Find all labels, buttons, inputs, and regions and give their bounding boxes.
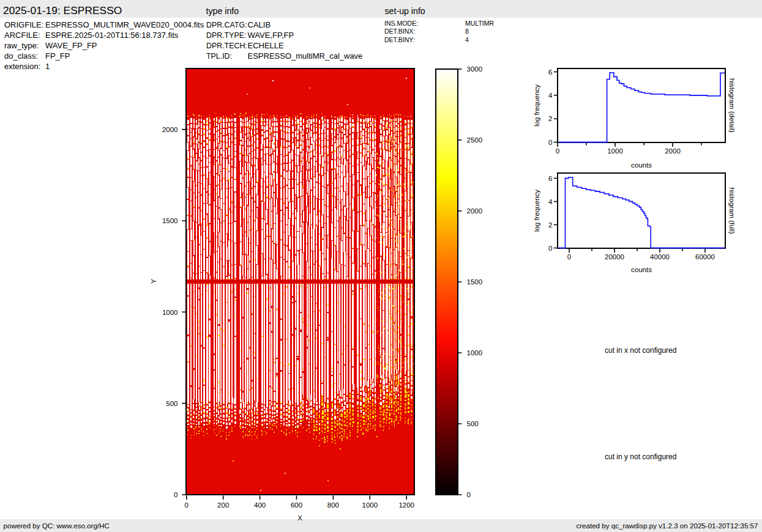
- svg-text:3000: 3000: [467, 65, 483, 73]
- svg-text:6: 6: [548, 68, 552, 76]
- svg-text:0: 0: [548, 139, 552, 146]
- svg-text:ARCFILE:: ARCFILE:: [4, 31, 40, 40]
- svg-text:2000: 2000: [665, 147, 681, 155]
- svg-text:type info: type info: [206, 6, 239, 16]
- svg-text:MULTIMR: MULTIMR: [465, 20, 494, 27]
- svg-text:0: 0: [185, 501, 189, 509]
- svg-text:2500: 2500: [467, 136, 483, 144]
- svg-text:TPL.ID:: TPL.ID:: [206, 52, 232, 61]
- svg-text:1500: 1500: [162, 217, 178, 224]
- svg-text:200: 200: [217, 501, 229, 509]
- svg-text:ORIGFILE:: ORIGFILE:: [4, 20, 43, 29]
- svg-text:log frequency: log frequency: [533, 190, 540, 232]
- svg-text:500: 500: [467, 420, 479, 427]
- svg-text:histogram (full): histogram (full): [728, 187, 736, 234]
- svg-text:6: 6: [548, 175, 552, 182]
- svg-text:created by qc_rawdisp.py v1.2.: created by qc_rawdisp.py v1.2.3 on 2025-…: [576, 522, 758, 530]
- svg-text:0: 0: [174, 491, 177, 498]
- svg-text:1200: 1200: [398, 501, 414, 509]
- svg-text:4: 4: [548, 198, 553, 205]
- svg-text:ECHELLE: ECHELLE: [248, 41, 285, 50]
- svg-text:0: 0: [548, 245, 552, 252]
- svg-text:60000: 60000: [695, 253, 715, 260]
- svg-text:1000: 1000: [362, 501, 378, 509]
- svg-text:4: 4: [548, 92, 553, 99]
- svg-text:counts: counts: [631, 266, 652, 273]
- svg-text:WAVE_FP_FP: WAVE_FP_FP: [45, 41, 97, 50]
- svg-text:counts: counts: [631, 161, 652, 169]
- svg-text:4: 4: [465, 36, 469, 43]
- svg-text:800: 800: [327, 501, 339, 509]
- svg-text:do_class:: do_class:: [4, 51, 38, 61]
- svg-text:FP_FP: FP_FP: [45, 51, 70, 61]
- svg-text:1: 1: [45, 62, 50, 71]
- svg-text:1500: 1500: [467, 278, 483, 286]
- svg-text:1000: 1000: [467, 349, 483, 357]
- svg-text:DET.BINX:: DET.BINX:: [384, 28, 415, 35]
- svg-text:600: 600: [291, 501, 302, 509]
- svg-text:20000: 20000: [605, 253, 624, 260]
- svg-text:500: 500: [166, 400, 177, 407]
- svg-text:40000: 40000: [650, 253, 670, 260]
- svg-text:extension:: extension:: [4, 62, 40, 71]
- svg-text:8: 8: [465, 28, 469, 35]
- svg-text:0: 0: [556, 147, 559, 155]
- svg-text:log frequency: log frequency: [533, 84, 540, 127]
- svg-text:histogram (detail): histogram (detail): [728, 78, 736, 133]
- svg-text:CALIB: CALIB: [248, 20, 271, 29]
- svg-text:2000: 2000: [162, 126, 178, 133]
- svg-text:DET.BINY:: DET.BINY:: [384, 36, 415, 43]
- svg-text:0: 0: [567, 253, 571, 260]
- svg-text:0: 0: [467, 491, 471, 498]
- svg-text:Y: Y: [150, 279, 157, 284]
- svg-text:DPR.CATG:: DPR.CATG:: [206, 21, 247, 29]
- svg-text:set-up info: set-up info: [385, 6, 425, 16]
- svg-text:2025-01-19: ESPRESSO: 2025-01-19: ESPRESSO: [3, 4, 122, 17]
- svg-text:DPR.TYPE:: DPR.TYPE:: [206, 31, 246, 40]
- svg-text:raw_type:: raw_type:: [4, 41, 39, 50]
- svg-text:2000: 2000: [467, 207, 483, 215]
- svg-text:powered by QC: www.eso.org/HC: powered by QC: www.eso.org/HC: [4, 522, 110, 530]
- svg-text:INS.MODE:: INS.MODE:: [384, 20, 418, 27]
- svg-text:cut in x not configured: cut in x not configured: [605, 346, 676, 355]
- svg-text:400: 400: [254, 501, 266, 509]
- svg-text:ESPRE.2025-01-20T11:56:18.737.: ESPRE.2025-01-20T11:56:18.737.fits: [45, 31, 179, 40]
- svg-text:2: 2: [548, 115, 552, 122]
- svg-text:WAVE,FP,FP: WAVE,FP,FP: [248, 31, 294, 40]
- svg-text:cut in y not configured: cut in y not configured: [605, 453, 676, 461]
- svg-text:1000: 1000: [607, 147, 623, 155]
- svg-text:1000: 1000: [162, 309, 178, 316]
- svg-text:ESPRESSO_multiMR_cal_wave: ESPRESSO_multiMR_cal_wave: [248, 51, 363, 61]
- svg-text:X: X: [297, 514, 302, 522]
- svg-text:DPR.TECH:: DPR.TECH:: [206, 42, 247, 50]
- svg-text:2: 2: [548, 221, 552, 229]
- svg-text:ESPRESSO_MULTIMR_WAVE020_0004.: ESPRESSO_MULTIMR_WAVE020_0004.fits: [45, 20, 204, 29]
